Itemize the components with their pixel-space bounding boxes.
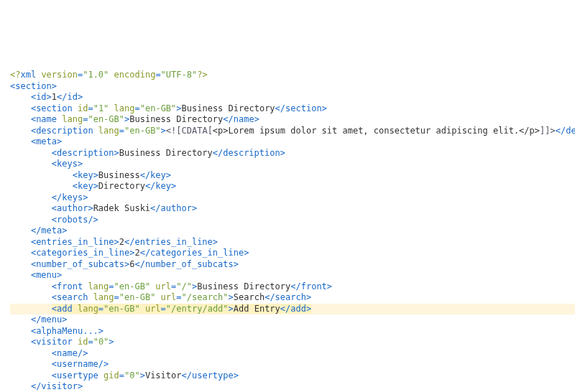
- tag-author: <author>Radek Suski</author>: [10, 203, 197, 213]
- tag-visitor-username: <username/>: [10, 359, 109, 369]
- tag-key-1: <key>Directory</key>: [10, 181, 176, 191]
- tag-visitor-open: <visitor id="0">: [10, 337, 114, 347]
- tag-categories-in-line: <categories_in_line>2</categories_in_lin…: [10, 248, 249, 258]
- xml-source: <?xml version="1.0" encoding="UTF-8"?> <…: [0, 56, 575, 393]
- tag-alphamenu-collapsed: <alphaMenu...>: [10, 326, 104, 336]
- tag-menu-front: <front lang="en-GB" url="/">Business Dir…: [10, 281, 332, 291]
- tag-menu-close: </menu>: [10, 314, 68, 325]
- tag-section-inner: <section id="1" lang="en-GB">Business Di…: [10, 103, 327, 113]
- tag-key-0: <key>Business</key>: [10, 170, 171, 180]
- tag-robots: <robots/>: [10, 215, 98, 225]
- tag-number-of-subcats: <number_of_subcats>6</number_of_subcats>: [10, 259, 239, 269]
- tag-description: <description lang="en-GB"><![CDATA[<p>Lo…: [10, 126, 575, 136]
- tag-keys-open: <keys>: [10, 159, 83, 169]
- tag-meta-open: <meta>: [10, 136, 62, 146]
- tag-section-open: <section>: [10, 81, 57, 91]
- tag-visitor-name: <name/>: [10, 348, 88, 358]
- tag-menu-open: <menu>: [10, 270, 62, 280]
- tag-visitor-close: </visitor>: [10, 381, 83, 391]
- tag-keys-close: </keys>: [10, 192, 88, 202]
- tag-name: <name lang="en-GB">Business Directory</n…: [10, 114, 259, 124]
- tag-visitor-usertype: <usertype gid="0">Visitor</usertype>: [10, 370, 239, 381]
- tag-entries-in-line: <entries_in_line>2</entries_in_line>: [10, 237, 218, 247]
- tag-meta-close: </meta>: [10, 225, 68, 235]
- tag-menu-add-highlighted: <add lang="en-GB" url="/entry/add">Add E…: [10, 304, 575, 315]
- tag-menu-search: <search lang="en-GB" url="/search">Searc…: [10, 292, 311, 302]
- tag-id: <id>1</id>: [10, 92, 83, 102]
- tag-meta-description: <description>Business Directory</descrip…: [10, 148, 285, 158]
- xml-declaration: <?xml version="1.0" encoding="UTF-8"?>: [10, 70, 208, 80]
